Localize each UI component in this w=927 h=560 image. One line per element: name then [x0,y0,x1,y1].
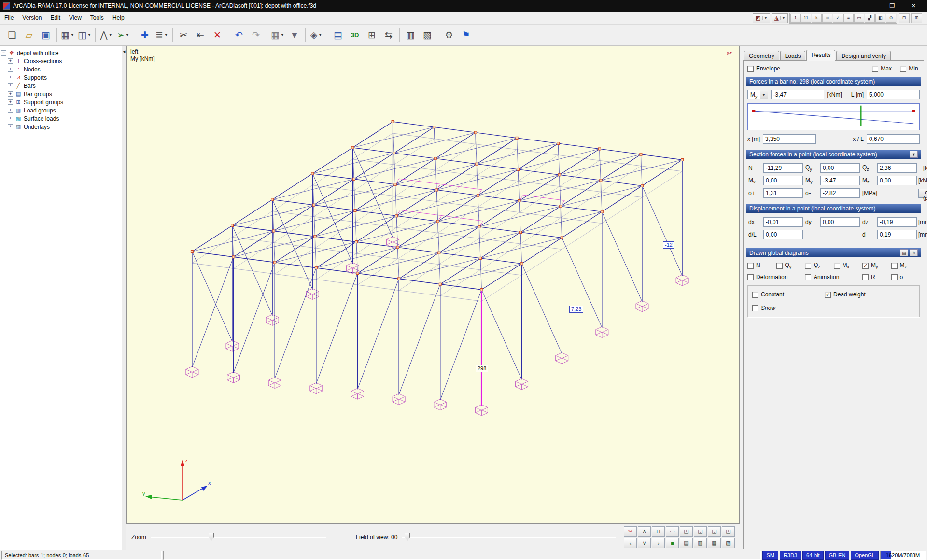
qy-value-field[interactable] [820,163,860,173]
expand-icon[interactable]: + [8,124,13,129]
tree-item-nodes[interactable]: +∴Nodes [8,65,121,73]
menu-tools[interactable]: Tools [86,12,108,24]
checkbox-icon[interactable] [834,263,840,269]
dz-value-field[interactable] [877,217,917,227]
shade-toggle[interactable]: ▞ [865,14,875,23]
move-tool-button[interactable]: ✚ [137,27,153,43]
dy-value-field[interactable] [820,217,860,227]
layout-two-button[interactable]: ◱ [694,526,707,537]
chevron-down-icon[interactable]: ▼ [760,90,768,99]
diagram-qy-checkbox[interactable]: Qy [776,262,805,269]
diagram-qz-checkbox[interactable]: Qz [805,262,834,269]
dx-value-field[interactable] [763,217,803,227]
verify-marks-toggle[interactable]: ✓ [833,14,843,23]
menu-file[interactable]: File [0,12,18,24]
length-value-field[interactable] [867,90,920,99]
field-of-view-slider[interactable] [402,532,616,542]
grid-settings-button[interactable]: ▦▼ [269,27,286,43]
checkbox-icon[interactable] [805,263,811,269]
window-layout-button[interactable]: ⊞ [911,13,922,23]
select-tool-button[interactable]: ➢▼ [115,27,131,43]
half-view-toggle[interactable]: ◧ [875,14,885,23]
diagram-display-button[interactable]: ▤ [900,249,908,256]
collapse-arrow-icon[interactable]: ◀ [123,50,125,54]
sigma-p-button[interactable]: σ (p) [918,189,927,198]
mx-value-field[interactable] [763,176,803,185]
clip-view-icon[interactable]: ✂ [727,49,732,57]
expand-icon[interactable]: + [8,116,13,121]
max-checkbox[interactable]: Max. [872,65,893,72]
plan-view-button[interactable]: ▧ [722,538,735,548]
diagram-n-checkbox[interactable]: N [747,262,776,269]
layout-single-button[interactable]: ◰ [680,526,693,537]
full-screen-button[interactable]: ▭ [666,526,679,537]
animation-checkbox[interactable]: Animation [805,274,862,280]
chevron-down-icon[interactable]: ▼ [109,33,112,37]
bar-descriptions-toggle[interactable]: k [812,14,822,23]
menu-help[interactable]: Help [108,12,129,24]
checkbox-icon[interactable] [872,66,878,72]
chevron-down-icon[interactable]: ▼ [780,16,787,20]
section-marks-toggle[interactable]: ≡ [843,14,854,23]
zoom-slider-handle[interactable] [209,533,214,541]
min-checkbox[interactable]: Min. [900,65,920,72]
d-value-field[interactable] [877,230,917,239]
field-of-view-slider-handle[interactable] [405,533,410,541]
mz-value-field[interactable] [877,176,917,185]
tab-design-and-verify[interactable]: Design and verify [836,51,891,61]
clip-view-button[interactable]: ✂ [624,526,637,537]
tree-item-bar-groups[interactable]: +▤Bar groups [8,90,121,98]
sigma-minus-field[interactable] [820,188,860,198]
collapse-icon[interactable]: − [1,50,6,56]
force-component-select[interactable]: My ▼ [747,90,768,99]
work-plane-button[interactable]: ◈▼ [308,27,324,43]
rotate-up-button[interactable]: ∧ [638,526,651,537]
menu-view[interactable]: View [65,12,86,24]
tree-item-bars[interactable]: +╱Bars [8,82,121,90]
zoom-slider[interactable] [151,532,326,542]
snap-mode-combo[interactable]: ◮▼ [772,13,788,23]
delete-button[interactable]: ✕ [209,27,225,43]
bar-numbers-toggle[interactable]: 1 [790,14,801,23]
redo-button[interactable]: ↷ [248,27,264,43]
diagram-mz-checkbox[interactable]: Mz [891,262,920,269]
chevron-down-icon[interactable]: ▼ [762,16,769,20]
close-button[interactable]: ✕ [903,0,924,12]
checkbox-icon[interactable] [900,66,906,72]
frame-generator-button[interactable]: ⋀▼ [98,27,114,43]
grid-toggle[interactable]: ⌗ [822,14,832,23]
load-snow-checkbox[interactable]: Snow [752,305,825,311]
front-view-button[interactable]: ▥ [694,538,707,548]
tab-loads[interactable]: Loads [780,51,806,61]
force-value-field[interactable] [771,90,824,99]
side-view-button[interactable]: ▦ [708,538,721,548]
tree-item-underlays[interactable]: +▨Underlays [8,123,121,131]
chevron-down-icon[interactable]: ▼ [318,33,322,37]
new-file-button[interactable]: ❏ [4,27,20,43]
rotate-down-button[interactable]: ∨ [638,538,651,548]
diagram-my-checkbox[interactable]: ✓My [862,262,891,269]
load-arrows-button[interactable]: ⇆ [380,27,397,43]
undo-button[interactable]: ↶ [231,27,247,43]
tables-button[interactable]: ▤ [330,27,346,43]
add-view-toggle[interactable]: ⊕ [886,14,896,23]
chevron-down-icon[interactable]: ▼ [164,33,168,37]
menu-version[interactable]: Version [18,12,46,24]
tree-item-load-groups[interactable]: +▥Load groups [8,106,121,114]
settings-button[interactable]: ⚙ [441,27,457,43]
calculations-button[interactable]: ▥ [402,27,419,43]
checkbox-icon[interactable] [891,263,898,269]
verify-results-button[interactable]: ⚑ [458,27,474,43]
checkbox-icon[interactable] [891,274,898,280]
expand-icon[interactable]: + [8,99,13,105]
x-position-field[interactable] [763,134,816,144]
columns-tool-button[interactable]: ≣▼ [154,27,170,43]
render-mode-combo[interactable]: ◩▼ [753,13,770,23]
chevron-down-icon[interactable]: ▼ [70,33,74,37]
restore-button[interactable]: ❐ [882,0,903,12]
axo-view-button[interactable]: ▤ [680,538,693,548]
apply-view-button[interactable]: ■ [666,538,679,548]
section-forces-options-button[interactable]: ▼ [910,151,918,158]
bar-tables-button[interactable]: ▦▼ [59,27,76,43]
checkbox-icon[interactable] [862,274,869,280]
